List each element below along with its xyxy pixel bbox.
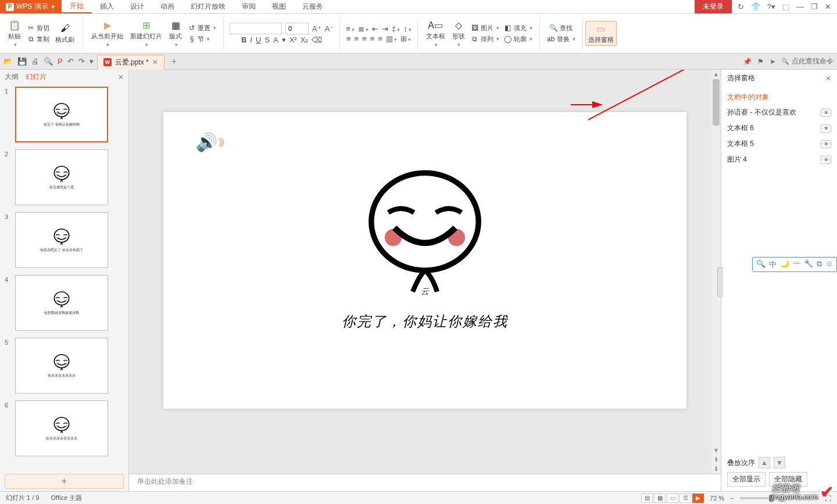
moon-icon[interactable]: 🌙 xyxy=(780,259,789,270)
notes-area[interactable]: 单击此处添加备注 xyxy=(129,474,721,491)
tab-review[interactable]: 审阅 xyxy=(234,0,264,13)
size-select[interactable] xyxy=(285,23,309,34)
tab-view[interactable]: 视图 xyxy=(264,0,294,13)
view-reading-icon[interactable]: ▭ xyxy=(667,494,678,503)
preview-icon[interactable]: 🔍 xyxy=(44,57,53,66)
visibility-toggle-icon[interactable]: 👁 xyxy=(821,156,831,164)
tab-slideshow[interactable]: 幻灯片放映 xyxy=(183,0,234,13)
add-tab-button[interactable]: + xyxy=(168,56,180,67)
sync-icon[interactable]: ↻ xyxy=(738,2,744,11)
smile-icon[interactable]: ☺ xyxy=(825,259,833,270)
align-center-icon[interactable]: ≡ xyxy=(355,34,359,43)
floating-toolbar[interactable]: 🔍 中 🌙 〰 🔧 ⧉ ☺ xyxy=(752,257,837,272)
section-button[interactable]: §节 xyxy=(187,34,217,44)
clear-format-icon[interactable]: ⌫ xyxy=(312,35,322,44)
print-icon[interactable]: 🖨 xyxy=(31,57,39,66)
thumbnail-1[interactable]: 你完了 你妈让你嫁给我 xyxy=(15,87,108,142)
outline-tab[interactable]: 大纲 xyxy=(5,72,19,82)
move-down-button[interactable]: ▼ xyxy=(774,457,785,469)
zoom-tool-icon[interactable]: 🔍 xyxy=(756,259,766,270)
replace-button[interactable]: ab替换 xyxy=(546,34,577,44)
format-painter-button[interactable]: 🖌格式刷 xyxy=(53,22,77,45)
visibility-toggle-icon[interactable]: 👁 xyxy=(821,124,831,133)
search-command[interactable]: 点此查找命令 xyxy=(781,56,834,66)
visibility-toggle-icon[interactable]: 👁 xyxy=(821,109,831,117)
pdf-icon[interactable]: P xyxy=(58,57,63,66)
close-icon[interactable]: ✕ xyxy=(825,2,831,11)
visibility-toggle-icon[interactable]: 👁 xyxy=(821,140,831,148)
pin-icon[interactable]: 📌 xyxy=(743,58,752,66)
highlight-icon[interactable]: ▾ xyxy=(282,35,286,44)
copy-button[interactable]: ⧉复制 xyxy=(26,34,51,44)
tab-insert[interactable]: 插入 xyxy=(92,0,122,13)
font-color-icon[interactable]: A xyxy=(273,35,278,44)
thumbnail-6[interactable]: 你亲亲亲亲亲亲亲亲 xyxy=(15,401,108,456)
slide-canvas[interactable]: 🔊 云 你完了，你妈让你嫁给我 xyxy=(163,112,686,409)
decrease-font-icon[interactable]: A⁻ xyxy=(325,24,334,33)
outline-button[interactable]: ◯轮廓 xyxy=(503,34,534,44)
object-item-2[interactable]: 文本框 6👁 xyxy=(721,120,837,136)
align-left-icon[interactable]: ≡ xyxy=(346,34,351,43)
scroll-up-icon[interactable]: ▲ xyxy=(711,70,721,79)
login-button[interactable]: 未登录 xyxy=(695,0,732,13)
arrow-right-icon[interactable]: ➤ xyxy=(770,58,775,66)
minimize-icon[interactable]: — xyxy=(796,2,804,11)
help-icon[interactable]: ?▾ xyxy=(767,2,775,11)
font-select[interactable] xyxy=(230,23,282,34)
underline-icon[interactable]: U xyxy=(256,35,261,44)
redo-icon[interactable]: ↷ xyxy=(78,57,85,66)
view-notes-icon[interactable]: ☰ xyxy=(679,494,691,503)
pane-collapse-handle[interactable] xyxy=(717,267,723,296)
layout-button[interactable]: ▦版式 xyxy=(167,18,184,49)
thumbnail-2[interactable]: 你完成式是个泥 xyxy=(15,149,108,205)
audio-icon[interactable]: 🔊 xyxy=(196,132,223,152)
new-slide-button[interactable]: ⊞新建幻灯片 xyxy=(128,18,164,49)
zoom-out-icon[interactable]: − xyxy=(730,495,734,502)
indent-dec-icon[interactable]: ⇤ xyxy=(372,24,378,33)
view-play-icon[interactable]: ▶ xyxy=(692,494,704,503)
shape-button[interactable]: ◇形状 xyxy=(450,18,467,49)
tab-cloud[interactable]: 云服务 xyxy=(294,0,331,13)
doc-close-icon[interactable]: ✕ xyxy=(152,58,158,66)
view-sorter-icon[interactable]: ▦ xyxy=(654,494,666,503)
picture-button[interactable]: 🖼图片 xyxy=(470,23,500,33)
tab-start[interactable]: 开始 xyxy=(62,0,92,13)
object-item-3[interactable]: 文本框 5👁 xyxy=(721,136,837,152)
superscript-icon[interactable]: X² xyxy=(289,35,297,44)
thumbnail-3[interactable]: 你妈亲吧走了 你去亲你妈了 xyxy=(15,212,108,268)
add-slide-button[interactable]: + xyxy=(5,474,124,489)
zoom-label[interactable]: 72 % xyxy=(710,495,724,502)
columns-icon[interactable]: ▥ xyxy=(386,34,397,43)
strike-icon[interactable]: S xyxy=(264,35,270,44)
lang-icon[interactable]: 中 xyxy=(769,259,777,270)
select-pane-button[interactable]: ▭选择窗格 xyxy=(585,21,617,46)
object-item-1[interactable]: 孙语赛 - 不仅仅是喜欢👁 xyxy=(721,105,837,120)
tab-design[interactable]: 设计 xyxy=(122,0,152,13)
canvas-scroll[interactable]: 🔊 云 你完了，你妈让你嫁给我 ▲ ▼ ⬆ xyxy=(129,70,721,474)
slide-image-face[interactable] xyxy=(364,167,486,295)
slide-text-main[interactable]: 你完了，你妈让你嫁给我 xyxy=(342,312,508,331)
find-button[interactable]: 🔍查找 xyxy=(549,23,574,33)
bold-icon[interactable]: B xyxy=(241,35,246,44)
from-current-button[interactable]: ▶从当前开始 xyxy=(89,18,126,49)
prev-slide-icon[interactable]: ⬆ xyxy=(711,455,721,464)
scroll-thumb[interactable] xyxy=(713,79,720,126)
tab-animation[interactable]: 动画 xyxy=(152,0,183,13)
open-icon[interactable]: 📂 xyxy=(3,57,13,66)
align-justify-icon[interactable]: ≡ xyxy=(370,34,375,43)
skin-icon[interactable]: 👕 xyxy=(751,2,760,11)
textbox-button[interactable]: A▭文本框 xyxy=(424,18,448,49)
thumbnail-4[interactable]: 你想我就亲我就成亲我 xyxy=(15,275,108,331)
arrange-button[interactable]: ⧉排列 xyxy=(470,34,500,44)
flag-icon[interactable]: ⚑ xyxy=(757,58,764,66)
app-badge[interactable]: P WPS 演示 ▼ xyxy=(0,0,62,13)
object-item-4[interactable]: 图片 4👁 xyxy=(721,152,837,167)
bullets-icon[interactable]: ≡ xyxy=(346,24,355,33)
align-vert-icon[interactable]: ⊞ xyxy=(400,34,411,43)
align-dist-icon[interactable]: ≡ xyxy=(378,34,382,43)
thumbnail-list[interactable]: 1★ 你完了 你妈让你嫁给我 2 你完成式是个泥 3 你妈亲吧走了 你去亲你妈了… xyxy=(0,84,128,471)
increase-font-icon[interactable]: A⁺ xyxy=(312,24,321,33)
popout-icon[interactable]: ⬚ xyxy=(782,2,789,11)
thumbnail-5[interactable]: 你亲亲亲亲亲亲亲 xyxy=(15,338,108,394)
show-all-button[interactable]: 全部显示 xyxy=(727,472,766,487)
